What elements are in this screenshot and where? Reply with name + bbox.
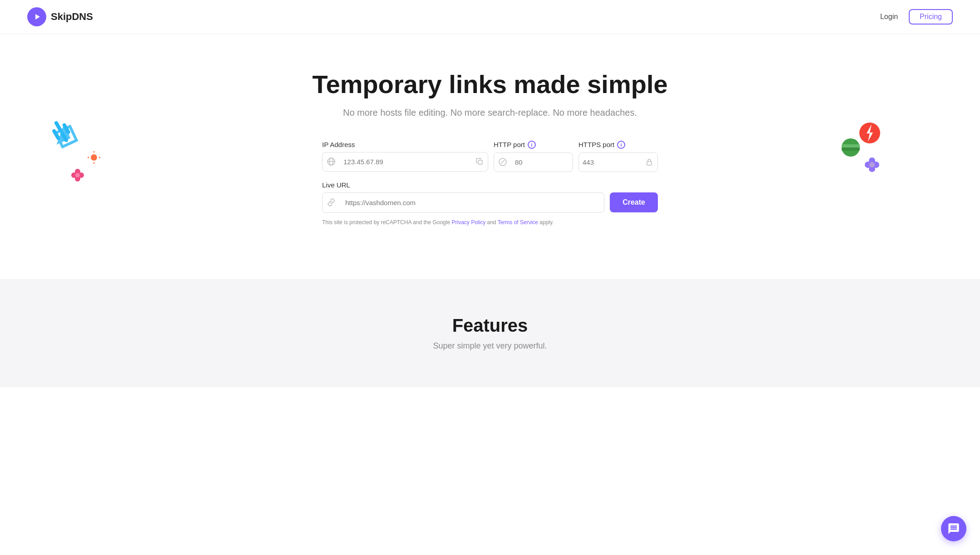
https-label: HTTPS port i [578,141,658,149]
http-field-group: HTTP port i [494,141,573,172]
pricing-link[interactable]: Pricing [909,9,953,25]
hero-section: Temporary links made simple No more host… [0,34,980,279]
svg-point-16 [842,138,860,157]
svg-point-12 [78,172,84,178]
https-input-wrapper [578,152,658,172]
deco-flower-icon [70,168,85,184]
deco-pinwheel-icon [48,118,75,147]
create-button[interactable]: Create [610,192,658,212]
slash-icon [494,158,511,166]
svg-rect-17 [842,144,860,147]
copy-icon [471,158,488,165]
globe-icon [323,157,340,166]
live-url-row: Create [322,192,658,213]
captcha-notice: This site is protected by reCAPTCHA and … [322,219,658,226]
svg-rect-27 [478,160,482,164]
features-title: Features [27,315,953,336]
hero-subtitle: No more hosts file editing. No more sear… [27,108,953,118]
svg-point-23 [869,162,875,167]
https-info-icon: i [617,141,625,149]
svg-point-10 [75,176,80,182]
live-url-label: Live URL [322,181,658,189]
ip-field-group: IP Address [322,141,488,172]
features-subtitle: Super simple yet very powerful. [27,341,953,351]
svg-point-13 [75,173,80,177]
live-url-field-group: Live URL Create [322,181,658,213]
svg-point-19 [869,157,875,164]
svg-rect-4 [54,120,63,133]
form-row-ports: IP Address [322,141,658,172]
deco-green-stripe-icon [842,138,860,158]
http-input-wrapper [494,152,573,172]
ip-input-wrapper [322,152,488,172]
hero-title: Temporary links made simple [27,70,953,98]
lock-icon [641,158,657,166]
logo-text: SkipDNS [51,11,93,23]
svg-rect-30 [647,162,652,165]
https-field-group: HTTPS port i [578,141,658,172]
deco-gear-icon [86,150,102,167]
svg-rect-18 [842,147,860,151]
logo[interactable]: SkipDNS [27,7,93,26]
http-info-icon: i [528,141,536,149]
svg-point-11 [71,172,77,178]
features-section: Features Super simple yet very powerful. [0,279,980,387]
svg-marker-2 [54,125,78,148]
live-url-input-wrapper [322,192,604,213]
svg-line-29 [501,160,505,164]
deco-arrow-icon [54,125,78,150]
nav: Login Pricing [880,9,953,25]
svg-point-8 [92,155,96,160]
svg-rect-6 [52,128,61,141]
svg-marker-3 [57,125,74,148]
https-input[interactable] [579,153,641,172]
live-url-input[interactable] [340,193,604,212]
deco-red-bolt-icon [859,123,880,145]
http-label: HTTP port i [494,141,573,149]
main-form: IP Address [322,141,658,226]
terms-of-service-link[interactable]: Terms of Service [498,219,538,226]
privacy-policy-link[interactable]: Privacy Policy [451,219,485,226]
svg-rect-7 [62,123,71,135]
svg-point-20 [869,166,875,172]
svg-rect-5 [60,131,69,143]
deco-purple-flower-icon [864,157,880,175]
svg-point-9 [75,169,80,174]
ip-input[interactable] [340,152,471,171]
link-icon [323,198,340,206]
login-link[interactable]: Login [880,13,898,21]
svg-point-21 [865,162,871,168]
svg-marker-15 [867,124,873,142]
svg-point-14 [859,123,880,143]
svg-point-22 [873,162,879,168]
http-input[interactable] [511,153,573,172]
ip-label: IP Address [322,141,488,148]
header: SkipDNS Login Pricing [0,0,980,34]
logo-icon [27,7,46,26]
